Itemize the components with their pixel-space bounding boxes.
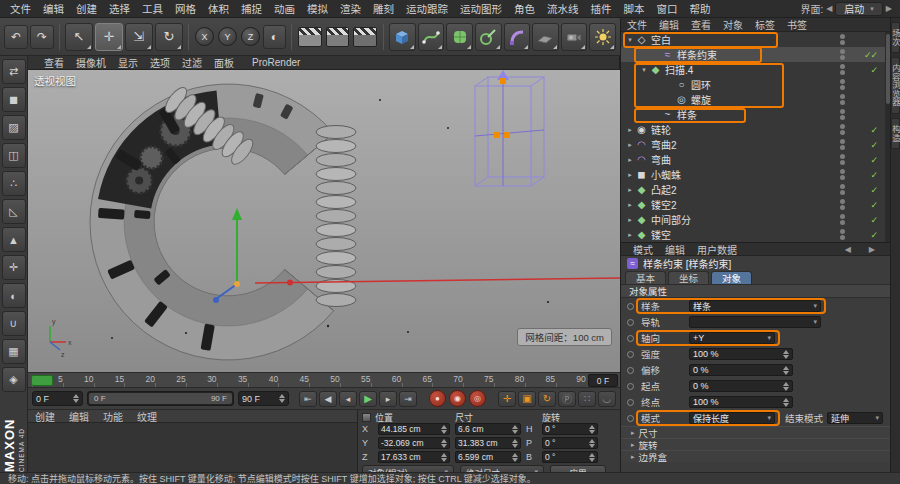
visibility-dots[interactable]	[840, 34, 845, 45]
nav-arrow-icon[interactable]: ◀	[839, 245, 857, 254]
playhead[interactable]	[31, 375, 53, 386]
object-label[interactable]: 镂空	[648, 227, 671, 242]
expander-icon[interactable]: ▾	[625, 36, 635, 44]
render-view-button[interactable]	[298, 27, 322, 47]
offset-field[interactable]: 0 %	[689, 364, 793, 376]
record-parameter-toggle[interactable]: Ⓟ	[558, 391, 576, 407]
visibility-dots[interactable]	[840, 154, 845, 165]
scale-tool-icon[interactable]: ⇲	[125, 23, 153, 51]
object-manager-menu-item[interactable]: 对象	[717, 17, 749, 32]
viewport-menu-item[interactable]: 查看	[38, 55, 70, 70]
attribute-menu-item[interactable]: 编辑	[659, 242, 691, 257]
spinner-icon[interactable]	[441, 425, 447, 434]
visibility-dots[interactable]	[840, 184, 845, 195]
object-tree-row[interactable]: ▸ ◉ 链轮 ✓	[621, 122, 891, 137]
menubar-item[interactable]: 文件	[4, 1, 37, 16]
menubar-item[interactable]: 运动跟踪	[400, 1, 454, 16]
menubar-item[interactable]: 插件	[585, 1, 618, 16]
menubar-item[interactable]: 工具	[136, 1, 169, 16]
record-rotation-toggle[interactable]: ↻	[538, 391, 556, 407]
position-field[interactable]: 44.185 cm	[378, 423, 450, 435]
workplane-mode-icon[interactable]: ◫	[2, 143, 26, 168]
menubar-item[interactable]: 运动图形	[454, 1, 508, 16]
dock-tab[interactable]: 内容浏览器	[891, 57, 900, 114]
enable-check-icon[interactable]: ✓	[870, 170, 877, 180]
menubar-item[interactable]: 帮助	[684, 1, 717, 16]
object-tree-row[interactable]: ▸ ◆ 镂空2 ✓	[621, 197, 891, 212]
object-label[interactable]: 样条	[674, 107, 697, 122]
spline-handle-mid-left[interactable]	[494, 132, 500, 138]
dock-tab[interactable]: 构造	[891, 118, 900, 149]
live-selection-icon[interactable]: ↖	[65, 23, 93, 51]
record-keyframe-button[interactable]: ●	[429, 390, 446, 407]
material-menu-item[interactable]: 功能	[96, 409, 130, 424]
workplane-snap-icon[interactable]: ▦	[2, 339, 26, 364]
expander-icon[interactable]: ▸	[625, 171, 635, 179]
axis-lock-button[interactable]: Y	[218, 27, 237, 46]
visibility-dots[interactable]	[840, 94, 845, 105]
current-frame-box[interactable]: 0 F	[588, 374, 618, 387]
anim-dot-icon[interactable]	[627, 319, 634, 326]
expander-icon[interactable]: ▸	[625, 141, 635, 149]
object-label[interactable]: 小蜘蛛	[648, 167, 681, 182]
collapsed-group-row[interactable]: ▸ 尺寸	[621, 426, 891, 438]
anim-dot-icon[interactable]	[627, 303, 634, 310]
object-label[interactable]: 中间部分	[648, 212, 691, 227]
menubar-item[interactable]: 选择	[103, 1, 136, 16]
record-position-toggle[interactable]: ✛	[498, 391, 516, 407]
expander-icon[interactable]: ▸	[625, 201, 635, 209]
object-label[interactable]: 扫描.4	[662, 62, 693, 77]
spinner-icon[interactable]	[783, 366, 789, 375]
object-label[interactable]: 弯曲	[648, 152, 671, 167]
strength-field[interactable]: 100 %	[689, 348, 793, 360]
link-picker-icon[interactable]: ▾	[809, 318, 817, 326]
position-field[interactable]: 17.633 cm	[378, 451, 450, 463]
object-tree-row[interactable]: ▾ ◇ 空白	[621, 32, 891, 47]
menubar-item[interactable]: 体积	[202, 1, 235, 16]
viewport-menu-item[interactable]: 选项	[144, 55, 176, 70]
object-label[interactable]: 凸起2	[648, 182, 677, 197]
object-tree-row[interactable]: ◎ 螺旋	[621, 92, 891, 107]
solo-mode-icon[interactable]: ◐	[2, 283, 26, 308]
object-manager-menu-item[interactable]: 文件	[621, 17, 653, 32]
spinner-icon[interactable]	[441, 453, 447, 462]
attribute-menu-item[interactable]: 模式	[627, 242, 659, 257]
menubar-item[interactable]: 窗口	[651, 1, 684, 16]
expander-icon[interactable]: ▸	[625, 156, 635, 164]
expander-icon[interactable]: ▸	[625, 186, 635, 194]
floor-object-button[interactable]	[532, 23, 559, 51]
bend-deformer-button[interactable]	[504, 23, 531, 51]
viewport-menu-item[interactable]: 面板	[208, 55, 240, 70]
axis-lock-button[interactable]: X	[195, 27, 214, 46]
object-tree-row[interactable]: ~ 样条	[621, 107, 891, 122]
expander-icon[interactable]: ▾	[639, 66, 649, 74]
collapsed-group-row[interactable]: ▸ 旋转	[621, 438, 891, 450]
viewport-canvas[interactable]: yxz 透视视图 网格间距：100 cm	[28, 70, 620, 372]
anim-dot-icon[interactable]	[627, 335, 634, 342]
end-field[interactable]: 100 %	[689, 396, 793, 408]
spinner-icon[interactable]	[512, 425, 518, 434]
spinner-icon[interactable]	[783, 398, 789, 407]
enable-check-icon[interactable]: ✓	[870, 155, 877, 165]
pen-spline-button[interactable]	[418, 23, 445, 51]
points-mode-icon[interactable]: ∴	[2, 171, 26, 196]
spinner-icon[interactable]	[512, 453, 518, 462]
spinner-icon[interactable]	[73, 394, 79, 403]
object-manager-menu-item[interactable]: 标签	[749, 17, 781, 32]
object-manager-menu-item[interactable]: 编辑	[653, 17, 685, 32]
link-picker-icon[interactable]: ▾	[809, 302, 817, 310]
spinner-icon[interactable]	[783, 382, 789, 391]
coordinate-system-icon[interactable]: ◐	[263, 25, 286, 49]
attribute-menu-item[interactable]: 用户数据	[691, 242, 743, 257]
play-button[interactable]: ▶	[359, 391, 377, 407]
rail-link-field[interactable]: ▾	[689, 316, 821, 328]
visibility-dots[interactable]	[840, 64, 845, 75]
visibility-dots[interactable]	[840, 124, 845, 135]
viewport-menu-item[interactable]: 摄像机	[70, 55, 112, 70]
enable-axis-icon[interactable]: ✛	[2, 255, 26, 280]
dock-tab[interactable]: 场次	[891, 22, 900, 53]
anim-dot-icon[interactable]	[627, 351, 634, 358]
object-label[interactable]: 螺旋	[688, 92, 711, 107]
nav-arrow-icon[interactable]: ▶	[863, 245, 881, 254]
menubar-item[interactable]: 脚本	[618, 1, 651, 16]
